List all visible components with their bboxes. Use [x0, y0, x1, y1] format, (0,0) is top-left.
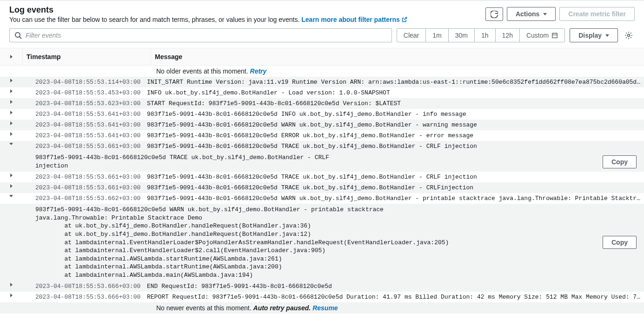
- svg-rect-1: [552, 33, 558, 38]
- expand-row-icon[interactable]: [10, 89, 13, 93]
- log-row[interactable]: 2023-04-08T18:55:53.662+03:00983f71e5-90…: [0, 193, 644, 204]
- log-timestamp: 2023-04-08T18:55:53.662+03:00: [22, 193, 143, 204]
- chevron-down-icon: [543, 13, 547, 15]
- log-message: 983f71e5-9091-443b-8c01-6668120c0e5d ERR…: [143, 130, 644, 141]
- chevron-down-icon: [605, 34, 609, 37]
- log-row[interactable]: 2023-04-08T18:55:53.641+03:00983f71e5-90…: [0, 120, 644, 130]
- log-timestamp: 2023-04-08T18:55:53.453+03:00: [22, 87, 143, 98]
- filter-events-input[interactable]: [26, 32, 387, 39]
- expand-all-icon[interactable]: [10, 55, 13, 59]
- log-timestamp: 2023-04-08T18:55:53.666+03:00: [22, 281, 143, 292]
- copy-button[interactable]: Copy: [603, 155, 637, 168]
- range-1h-button[interactable]: 1h: [475, 29, 496, 42]
- expand-row-icon[interactable]: [10, 121, 13, 125]
- log-row[interactable]: 2023-04-08T18:55:53.453+03:00INFO uk.bot…: [0, 87, 644, 98]
- gear-icon[interactable]: [624, 31, 633, 40]
- log-message: 983f71e5-9091-443b-8c01-6668120c0e5d INF…: [143, 109, 644, 120]
- filter-input-container[interactable]: [9, 28, 392, 42]
- log-timestamp: 2023-04-08T18:55:53.661+03:00: [22, 141, 143, 152]
- log-table-header: Timestamp Message: [0, 48, 644, 66]
- expand-row-icon[interactable]: [10, 294, 13, 297]
- no-newer-events-row: No newer events at this moment. Auto ret…: [0, 302, 644, 314]
- svg-point-2: [628, 34, 630, 37]
- log-row[interactable]: 2023-04-08T18:55:53.661+03:00983f71e5-90…: [0, 141, 644, 152]
- log-message: INFO uk.bot_by.slf4j_demo.BotHandler - L…: [143, 87, 644, 98]
- retry-link[interactable]: Retry: [250, 67, 267, 75]
- page-title: Log events: [9, 5, 485, 15]
- no-older-events-row: No older events at this moment. Retry: [0, 66, 644, 77]
- log-timestamp: 2023-04-08T18:55:53.641+03:00: [22, 109, 143, 120]
- log-row[interactable]: 2023-04-08T18:55:53.641+03:00983f71e5-90…: [0, 109, 644, 120]
- log-timestamp: 2023-04-08T18:55:53.641+03:00: [22, 130, 143, 141]
- copy-button[interactable]: Copy: [603, 236, 637, 249]
- create-metric-filter-button[interactable]: Create metric filter: [559, 7, 635, 21]
- display-button[interactable]: Display: [570, 28, 618, 42]
- column-timestamp[interactable]: Timestamp: [22, 48, 151, 65]
- expand-row-icon[interactable]: [10, 79, 13, 82]
- log-message: INIT_START Runtime Version: java:11.v19 …: [143, 77, 644, 87]
- expand-row-icon[interactable]: [9, 195, 13, 197]
- range-1m-button[interactable]: 1m: [426, 29, 448, 42]
- log-message: END RequestId: 983f71e5-9091-443b-8c01-6…: [143, 281, 644, 292]
- log-message: 983f71e5-9091-443b-8c01-6668120c0e5d TRA…: [143, 141, 644, 152]
- refresh-button[interactable]: [485, 7, 503, 21]
- log-message: 983f71e5-9091-443b-8c01-6668120c0e5d WAR…: [143, 120, 644, 130]
- expand-row-icon[interactable]: [10, 184, 13, 188]
- log-row[interactable]: 2023-04-08T18:55:53.114+03:00INIT_START …: [0, 77, 644, 87]
- expand-row-icon[interactable]: [10, 111, 13, 114]
- resume-link[interactable]: Resume: [312, 304, 338, 312]
- log-timestamp: 2023-04-08T18:55:53.641+03:00: [22, 120, 143, 130]
- log-row[interactable]: 2023-04-08T18:55:53.641+03:00983f71e5-90…: [0, 130, 644, 141]
- log-row[interactable]: 2023-04-08T18:55:53.666+03:00END Request…: [0, 281, 644, 292]
- search-icon: [14, 32, 22, 39]
- clear-button[interactable]: Clear: [397, 29, 426, 42]
- log-timestamp: 2023-04-08T18:55:53.114+03:00: [22, 77, 143, 87]
- time-range-group: Clear 1m 30m 1h 12h Custom: [397, 28, 565, 42]
- log-expanded-detail: 983f71e5-9091-443b-8c01-6668120c0e5d TRA…: [0, 152, 644, 172]
- column-message[interactable]: Message: [151, 48, 644, 65]
- learn-more-link[interactable]: Learn more about filter patterns: [301, 16, 407, 23]
- log-message: START RequestId: 983f71e5-9091-443b-8c01…: [143, 98, 644, 109]
- expand-row-icon[interactable]: [10, 132, 13, 136]
- log-message: 983f71e5-9091-443b-8c01-6668120c0e5d TRA…: [143, 182, 644, 193]
- calendar-icon: [551, 32, 558, 39]
- log-timestamp: 2023-04-08T18:55:53.661+03:00: [22, 172, 143, 182]
- log-timestamp: 2023-04-08T18:55:53.623+03:00: [22, 98, 143, 109]
- expand-row-icon[interactable]: [9, 143, 13, 145]
- log-row[interactable]: 2023-04-08T18:55:53.661+03:00983f71e5-90…: [0, 182, 644, 193]
- log-timestamp: 2023-04-08T18:55:53.661+03:00: [22, 182, 143, 193]
- log-row[interactable]: 2023-04-08T18:55:53.661+03:00983f71e5-90…: [0, 172, 644, 182]
- range-30m-button[interactable]: 30m: [449, 29, 475, 42]
- svg-point-0: [15, 33, 20, 37]
- actions-button[interactable]: Actions: [507, 7, 556, 21]
- page-subtitle: You can use the filter bar below to sear…: [9, 16, 485, 24]
- log-row[interactable]: 2023-04-08T18:55:53.666+03:00REPORT Requ…: [0, 292, 644, 302]
- range-12h-button[interactable]: 12h: [496, 29, 520, 42]
- expand-row-icon[interactable]: [10, 174, 13, 177]
- log-message: 983f71e5-9091-443b-8c01-6668120c0e5d WAR…: [143, 193, 644, 204]
- refresh-icon: [491, 11, 498, 18]
- log-expanded-detail: 983f71e5-9091-443b-8c01-6668120c0e5d WAR…: [0, 204, 644, 281]
- log-row[interactable]: 2023-04-08T18:55:53.623+03:00START Reque…: [0, 98, 644, 109]
- log-timestamp: 2023-04-08T18:55:53.666+03:00: [22, 292, 143, 302]
- expand-row-icon[interactable]: [10, 100, 13, 104]
- custom-range-button[interactable]: Custom: [520, 29, 564, 42]
- log-message: 983f71e5-9091-443b-8c01-6668120c0e5d TRA…: [143, 172, 644, 182]
- expand-row-icon[interactable]: [10, 283, 13, 287]
- log-message: REPORT RequestId: 983f71e5-9091-443b-8c0…: [143, 292, 644, 302]
- external-link-icon: [402, 16, 407, 24]
